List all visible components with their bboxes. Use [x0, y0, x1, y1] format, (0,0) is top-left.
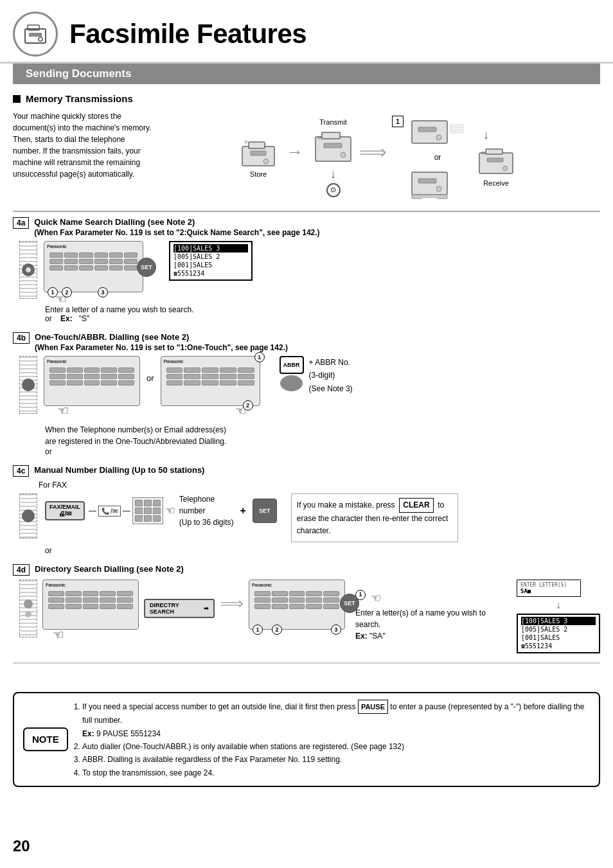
kb-key: [289, 604, 305, 609]
kb-key: [49, 380, 66, 385]
step-number-1: 1: [392, 116, 404, 127]
enter-letters-display: ENTER LETTER(S) SA■: [517, 580, 581, 597]
kb-key: [79, 265, 93, 270]
receive-label: Receive: [483, 179, 509, 187]
set-button-4d[interactable]: SET: [340, 594, 359, 613]
svg-rect-25: [479, 153, 513, 173]
kb-key: [306, 598, 322, 603]
pana-label-4b-1: Panasonic: [47, 359, 137, 364]
abbr-button[interactable]: ABBR: [280, 356, 304, 374]
circle-1-4a: 1: [48, 287, 58, 297]
arrow-down-transmit: ↓: [330, 168, 336, 181]
step-4a-instruction: Enter a letter of a name you wish to sea…: [45, 305, 600, 314]
kb-row: [49, 380, 134, 385]
kb-rows-4d-2: [252, 589, 342, 612]
kb-key: [202, 374, 218, 379]
result-4-4d: ☎5551234: [521, 642, 596, 650]
kb-row: [254, 604, 339, 609]
subtitle-text: Sending Documents: [26, 67, 131, 80]
kb-key: [202, 368, 218, 373]
kb-key: [238, 374, 254, 379]
result-1-4d: [100]SALES 3: [521, 617, 596, 625]
kb-key: [94, 259, 108, 264]
kb-key: [323, 604, 339, 609]
section-heading: Memory Transmissions: [13, 93, 600, 104]
kb-key: [100, 604, 116, 609]
pana-label-4b-2: Panasonic: [164, 359, 257, 364]
arrow-to-transmit: →: [287, 142, 303, 162]
big-arrow-right: ⟹: [359, 141, 387, 163]
num-key: [144, 515, 152, 522]
note-ex-1: Ex:: [82, 729, 94, 738]
kb-key: [49, 374, 66, 379]
num-key: [135, 500, 143, 506]
mistake-box: If you make a mistake, press CLEAR to er…: [291, 493, 458, 542]
step-4b-or-bottom: or: [45, 447, 600, 456]
step-4a: 4a Quick Name Search Dialling (see Note …: [13, 217, 600, 323]
kb-key: [48, 591, 64, 596]
dir-search-label: DIRECTRY SEARCH: [150, 602, 202, 615]
num-key: [144, 500, 152, 506]
num-key: [153, 500, 161, 506]
kb-key: [101, 374, 117, 379]
set-button-4a[interactable]: SET: [137, 258, 156, 277]
panel-circle-4c: [22, 509, 35, 522]
note-item-1: If you need a special access number to g…: [82, 700, 590, 740]
set-button-4c[interactable]: SET: [253, 499, 277, 523]
page-header: Facsimile Features: [0, 0, 613, 64]
abbr-info: + ABBR No. (3-digit) (See Note 3): [309, 356, 353, 395]
circle-icon: ⊙: [326, 183, 341, 197]
kb-key: [289, 598, 305, 603]
svg-point-28: [503, 166, 508, 170]
kb-row: [166, 380, 254, 385]
num-key: [135, 508, 143, 514]
kb-key: [100, 598, 116, 603]
kb-key: [254, 604, 271, 609]
note-item-3: ABBR. Dialling is available regardless o…: [82, 753, 590, 766]
kb-key: [306, 604, 322, 609]
note-item-4: To stop the transmission, see page 24.: [82, 766, 590, 779]
kb-key: [79, 259, 93, 264]
store-fax-image: ⊙: [239, 137, 278, 169]
kb-key: [220, 368, 236, 373]
dir-search-arrow: ➡: [204, 605, 209, 612]
search-display-4a: [100]SALES 3 [005]SALES 2 [001]SALES ☎55…: [169, 241, 253, 281]
panel-dot-1: [24, 599, 33, 608]
example-val-4d: "SA": [369, 632, 386, 641]
step-numbers-4a: 2 3: [62, 287, 108, 297]
fax-email-button[interactable]: FAX/EMAIL 🖨/✉: [45, 501, 85, 521]
pause-box: PAUSE: [358, 700, 388, 714]
kb-key: [124, 265, 138, 270]
kb-row: [48, 604, 133, 609]
step-4c-or: or: [45, 546, 600, 555]
fax-icon: [13, 12, 58, 57]
num-row-2: [135, 508, 161, 514]
or-4b: or: [147, 373, 154, 383]
step-4d-badge: 4d: [13, 564, 30, 576]
dash: —: [89, 506, 96, 515]
dir-search-button: DIRECTRY SEARCH ➡: [144, 599, 215, 618]
kb-key: [66, 604, 82, 609]
kb-row: [166, 368, 254, 373]
kb-key: [49, 259, 63, 264]
step-4d-example: Ex: "SA": [355, 630, 506, 642]
example-label-4d: Ex:: [355, 632, 368, 641]
kb-key: [94, 252, 108, 258]
step-4c-panel: [19, 493, 37, 538]
panel-circle-4a: [22, 263, 35, 276]
kb-key: [124, 259, 138, 264]
kb-key: [118, 380, 134, 385]
step-4a-subtitle: (When Fax Parameter No. 119 is set to "2…: [34, 228, 319, 237]
receive-area: ↓ ⊙ Receive: [477, 128, 515, 187]
result-2-4d: [005]SALES 2: [521, 625, 596, 633]
pana-label-4d-1: Panasonic: [46, 583, 136, 587]
kb-key: [306, 591, 322, 596]
kb-key: [101, 380, 117, 385]
arrow-4d: ⟹: [220, 594, 244, 614]
kb-row: [254, 598, 339, 603]
dir-search-btn[interactable]: DIRECTRY SEARCH ➡: [144, 599, 215, 618]
step-4a-header: 4a Quick Name Search Dialling (see Note …: [13, 217, 600, 237]
receive-fax-1: [409, 113, 466, 150]
kb-key: [118, 368, 134, 373]
kb-key: [83, 604, 99, 609]
